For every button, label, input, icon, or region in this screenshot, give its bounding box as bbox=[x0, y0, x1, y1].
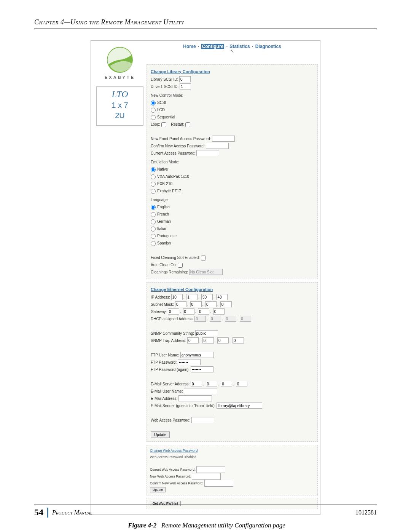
dhcp-3-input bbox=[225, 316, 236, 322]
dot-sep: . bbox=[187, 302, 188, 307]
ip-4-input[interactable] bbox=[216, 294, 228, 300]
current-web-password-input[interactable] bbox=[196, 466, 225, 473]
brand-text: EXABYTE bbox=[93, 75, 147, 80]
trap-2-input[interactable] bbox=[202, 337, 214, 343]
ip-1-input[interactable] bbox=[171, 294, 183, 300]
ip-2-input[interactable] bbox=[186, 294, 198, 300]
gw-2-input[interactable] bbox=[183, 308, 194, 315]
library-config-heading[interactable]: Change Library Configuration bbox=[151, 69, 210, 74]
lang-radio[interactable] bbox=[151, 219, 156, 224]
mask-1-input[interactable] bbox=[175, 301, 186, 307]
radio-exb210[interactable]: EXB-210 bbox=[151, 182, 172, 186]
lang-radio[interactable] bbox=[151, 241, 156, 246]
label: DHCP assigned Address: bbox=[151, 317, 194, 321]
gw-1-input[interactable] bbox=[168, 308, 179, 315]
radio-portuguese[interactable]: Portuguese bbox=[151, 234, 177, 238]
fixed-clean-checkbox[interactable] bbox=[201, 256, 206, 260]
library-scsi-id-input[interactable] bbox=[179, 76, 191, 82]
label: Drive 1 SCSI ID: bbox=[151, 85, 178, 89]
emu-radio[interactable] bbox=[151, 182, 156, 187]
label: Loop: bbox=[151, 122, 160, 126]
restart-checkbox[interactable] bbox=[185, 122, 190, 127]
mask-4-input[interactable] bbox=[220, 301, 232, 307]
lang-radio[interactable] bbox=[151, 205, 156, 210]
ctrl-mode-radio[interactable] bbox=[151, 115, 156, 120]
radio-french[interactable]: French bbox=[151, 212, 169, 216]
dot-sep: . bbox=[203, 382, 204, 386]
radio-italian[interactable]: Italian bbox=[151, 227, 167, 231]
radio-german[interactable]: German bbox=[151, 219, 171, 224]
label: E-Mail User Name: bbox=[151, 389, 183, 393]
web-password-heading[interactable]: Change Web Access Password bbox=[150, 449, 198, 452]
dot-sep: . bbox=[207, 317, 208, 321]
email-sender-input[interactable] bbox=[217, 403, 262, 409]
top-nav: Home · Configure · Statistics · Diagnost… bbox=[147, 44, 318, 54]
label: E-Mail Sender (goes into "From" field): bbox=[151, 404, 216, 408]
radio-label: SCSI bbox=[157, 101, 166, 105]
auto-clean-checkbox[interactable] bbox=[178, 263, 183, 268]
email-user-input[interactable] bbox=[184, 388, 217, 394]
emu-radio[interactable] bbox=[151, 189, 156, 194]
gw-4-input[interactable] bbox=[213, 308, 225, 315]
nav-sep: · bbox=[226, 44, 228, 49]
nav-configure[interactable]: Configure bbox=[201, 44, 225, 49]
lang-radio[interactable] bbox=[151, 227, 156, 232]
ftp-password2-input[interactable] bbox=[191, 366, 213, 372]
email-srv-1-input[interactable] bbox=[191, 381, 202, 387]
lto-height: 2U bbox=[97, 111, 143, 120]
radio-label: VXA AutoPak 1x10 bbox=[157, 174, 189, 179]
radio-ez17[interactable]: Exabyte EZ17 bbox=[151, 189, 181, 193]
email-srv-3-input[interactable] bbox=[221, 381, 232, 387]
cursor-icon: ↖ bbox=[147, 48, 318, 54]
radio-english[interactable]: English bbox=[151, 205, 170, 209]
confirm-panel-password-input[interactable] bbox=[206, 143, 229, 149]
radio-label: Sequential bbox=[157, 115, 175, 119]
confirm-web-password-input[interactable] bbox=[204, 480, 233, 487]
lang-radio[interactable] bbox=[151, 212, 156, 217]
ftp-password-input[interactable] bbox=[178, 359, 201, 365]
ftp-user-input[interactable] bbox=[180, 352, 214, 358]
radio-spanish[interactable]: Spanish bbox=[151, 241, 171, 245]
radio-scsi[interactable]: SCSI bbox=[151, 101, 166, 105]
radio-label: LCD bbox=[157, 108, 165, 112]
web-access-password-input[interactable] bbox=[191, 417, 214, 423]
mask-2-input[interactable] bbox=[190, 301, 202, 307]
email-srv-2-input[interactable] bbox=[206, 381, 217, 387]
trap-3-input[interactable] bbox=[217, 337, 229, 343]
update-button[interactable]: Update bbox=[151, 431, 170, 438]
radio-native[interactable]: Native bbox=[151, 167, 168, 171]
radio-lcd[interactable]: LCD bbox=[151, 108, 165, 112]
drive-scsi-id-input[interactable] bbox=[180, 83, 191, 89]
ctrl-mode-radio[interactable] bbox=[151, 108, 156, 113]
radio-vxa[interactable]: VXA AutoPak 1x10 bbox=[151, 174, 189, 179]
new-panel-password-input[interactable] bbox=[212, 136, 235, 142]
ethernet-config-heading[interactable]: Change Ethernet Configuration bbox=[151, 287, 213, 292]
gw-3-input[interactable] bbox=[198, 308, 209, 315]
screenshot-frame: EXABYTE LTO 1 x 7 2U Home · Configure · … bbox=[91, 40, 320, 515]
radio-sequential[interactable]: Sequential bbox=[151, 115, 175, 119]
mask-3-input[interactable] bbox=[205, 301, 217, 307]
ctrl-mode-radio[interactable] bbox=[151, 101, 156, 105]
nav-diagnostics[interactable]: Diagnostics bbox=[255, 44, 281, 49]
footer-docnum: 1012581 bbox=[355, 509, 377, 516]
label: New Web Access Password: bbox=[150, 474, 191, 478]
email-address-input[interactable] bbox=[178, 395, 212, 401]
loop-checkbox[interactable] bbox=[161, 122, 166, 127]
radio-label: Portuguese bbox=[157, 234, 177, 238]
email-srv-4-input[interactable] bbox=[236, 381, 247, 387]
emu-radio[interactable] bbox=[151, 167, 156, 172]
snmp-community-input[interactable] bbox=[195, 330, 218, 336]
label: FTP Password (again): bbox=[151, 367, 190, 372]
radio-label: German bbox=[157, 219, 171, 224]
nav-home[interactable]: Home bbox=[183, 44, 196, 49]
label: Fixed Cleaning Slot Enabled: bbox=[151, 256, 200, 260]
ip-3-input[interactable] bbox=[201, 294, 213, 300]
emu-radio[interactable] bbox=[151, 174, 156, 179]
web-password-update-button[interactable]: Update bbox=[150, 487, 166, 492]
trap-1-input[interactable] bbox=[187, 337, 199, 343]
trap-4-input[interactable] bbox=[233, 337, 244, 343]
dot-sep: . bbox=[217, 302, 218, 307]
current-panel-password-input[interactable] bbox=[196, 150, 219, 156]
lang-radio[interactable] bbox=[151, 234, 156, 239]
new-web-password-input[interactable] bbox=[192, 473, 221, 480]
